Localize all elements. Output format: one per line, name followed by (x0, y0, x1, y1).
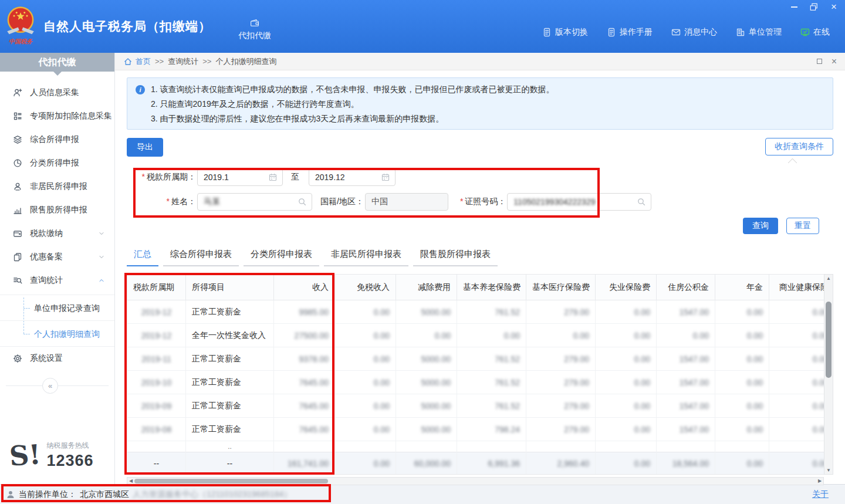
tab-4[interactable]: 限售股所得申报表 (413, 246, 498, 266)
column-header-10: 商业健康保险 (769, 275, 824, 300)
app-header: × 中国税务 自然人电子税务局（扣缴端） (0, 0, 845, 53)
sidebar-collapse-button[interactable]: « (42, 378, 58, 394)
header-menu-item-3[interactable]: 单位管理 (736, 27, 782, 38)
cell-value: 9378.00 (274, 347, 335, 371)
sidebar-subitem-active[interactable]: 个人扣缴明细查询 (0, 321, 114, 347)
cell-value: 1547.00 (657, 371, 715, 394)
tab-3[interactable]: 非居民所得申报表 (324, 246, 408, 266)
query-button[interactable]: 查询 (743, 218, 778, 234)
sidebar-item-6[interactable]: 税款缴纳 (0, 222, 114, 245)
tab-0[interactable]: 汇总 (127, 246, 158, 266)
sidebar-item-4[interactable]: 非居民所得申报 (0, 175, 114, 198)
notice-line: 2. 只能查询2019年及之后的数据，不能进行跨年度查询。 (151, 97, 555, 111)
cell-period: 2019-12 (127, 324, 186, 347)
cell-income-item: 正常工资薪金 (186, 300, 274, 324)
wallet-icon (250, 18, 259, 28)
column-header-4: 减除费用 (396, 275, 457, 300)
tab-1[interactable]: 综合所得申报表 (163, 246, 239, 266)
header-menu-item-2[interactable]: 消息中心 (671, 27, 717, 38)
sidebar-item-0[interactable]: 人员信息采集 (0, 81, 114, 104)
table-wrap: 税款所属期所得项目收入免税收入减除费用基本养老保险费基本医疗保险费失业保险费住房… (127, 274, 824, 475)
calendar-icon[interactable] (381, 172, 390, 182)
header-menu-item-4[interactable]: 在线 (800, 27, 830, 38)
cell-value: 0.00 (596, 418, 657, 441)
panel-close-icon[interactable]: × (832, 56, 837, 67)
sidebar-item-label: 非居民所得申报 (30, 181, 105, 192)
sidebar-subitem-link[interactable]: 单位申报记录查询 (0, 295, 114, 321)
cell-value: 0.00 (335, 300, 396, 324)
monitor-check-icon (800, 28, 810, 37)
period-from-input[interactable]: 2019.1 (197, 168, 283, 186)
cell-value: 0.00 (657, 324, 715, 347)
sidebar-item-3[interactable]: 分类所得申报 (0, 151, 114, 175)
nationality-input: 中国 (365, 193, 448, 211)
chevron-down-icon (98, 253, 105, 261)
sidebar-item-1[interactable]: 专项附加扣除信息采集 (0, 104, 114, 128)
sidebar-submenu: 单位申报记录查询个人扣缴明细查询 (0, 295, 114, 347)
scroll-right-icon[interactable]: ▶ (816, 478, 823, 485)
sidebar-item-8[interactable]: 查询统计 (0, 269, 114, 292)
sidebar-item-label: 分类所得申报 (30, 158, 105, 168)
sidebar-item-5[interactable]: 限售股所得申报 (0, 198, 114, 222)
vertical-scroll-thumb[interactable] (826, 302, 832, 378)
table-row[interactable]: 2019-11正常工资薪金9378.000.005000.00761.52279… (127, 347, 824, 371)
breadcrumb-home[interactable]: 首页 (123, 56, 151, 67)
sidebar-item-2[interactable]: 综合所得申报 (0, 128, 114, 151)
header-menu-item-label: 单位管理 (749, 27, 782, 38)
minimize-icon[interactable] (789, 2, 799, 12)
table-row[interactable]: 2019-10正常工资薪金7645.000.005000.00761.52279… (127, 371, 824, 394)
table-row[interactable]: 2019-12正常工资薪金9985.000.005000.00761.52279… (127, 300, 824, 324)
total-value: 2,960.40 (526, 452, 596, 475)
table-zone: 税款所属期所得项目收入免税收入减除费用基本养老保险费基本医疗保险费失业保险费住房… (127, 274, 836, 486)
scroll-up-icon[interactable]: ▲ (824, 275, 833, 282)
scroll-left-icon[interactable]: ◀ (127, 478, 134, 485)
tab-2[interactable]: 分类所得申报表 (244, 246, 319, 266)
cell-value: 761.52 (457, 300, 526, 324)
sidebar-item-9[interactable]: 系统设置 (0, 347, 114, 370)
total-value: 0.00 (715, 452, 769, 475)
vertical-scrollbar[interactable]: ▲ ▼ (824, 274, 833, 475)
reset-button[interactable]: 重置 (786, 218, 819, 234)
collapse-query-button[interactable]: 收折查询条件 (765, 138, 833, 155)
header-menu-item-0[interactable]: 版本切换 (542, 27, 588, 38)
sidebar-item-label: 综合所得申报 (30, 134, 105, 145)
calendar-icon[interactable] (268, 172, 278, 182)
person-add-icon (13, 88, 22, 97)
tab-withholding-module[interactable]: 代扣代缴 (238, 18, 271, 41)
table-row[interactable]: 2019-09正常工资薪金7645.000.005000.00761.52279… (127, 394, 824, 418)
column-header-9: 年金 (715, 275, 769, 300)
id-number-value-masked: 110502199304222329 (513, 197, 637, 207)
search-icon[interactable] (298, 197, 307, 207)
doc-icon (607, 28, 616, 37)
app-window: × 中国税务 自然人电子税务局（扣缴端） (0, 0, 845, 504)
sidebar-item-label: 系统设置 (30, 353, 105, 364)
table-row[interactable]: 2019-08正常工资薪金7645.000.005000.00798.24279… (127, 418, 824, 441)
about-link[interactable]: 关于 (812, 489, 829, 500)
sidebar-item-7[interactable]: 优惠备案 (0, 245, 114, 269)
hotline-number: 12366 (46, 452, 93, 470)
table-row[interactable]: 2019-12全年一次性奖金收入27500.000.000.000.000.00… (127, 324, 824, 347)
header-menu-item-1[interactable]: 操作手册 (607, 27, 653, 38)
person-icon (13, 182, 22, 191)
horizontal-scrollbar[interactable]: ◀ ▶ (127, 477, 824, 485)
cell-value: 7645.00 (274, 371, 335, 394)
name-input[interactable]: 马某 (197, 193, 312, 211)
nationality-value: 中国 (371, 197, 443, 207)
period-to-input[interactable]: 2019.12 (309, 168, 396, 186)
id-number-input[interactable]: 110502199304222329 (507, 193, 651, 211)
name-label: *姓名： (135, 197, 196, 207)
cell-value: 0.00 (596, 347, 657, 371)
cell-value: 0.00 (769, 371, 824, 394)
scroll-down-icon[interactable]: ▼ (824, 466, 833, 474)
horizontal-scroll-thumb[interactable] (134, 479, 328, 483)
export-button[interactable]: 导出 (127, 138, 163, 157)
close-icon[interactable]: × (829, 2, 839, 12)
sidebar-item-label: 限售股所得申报 (30, 205, 105, 215)
cell-period: 2019-11 (127, 347, 186, 371)
search-icon[interactable] (637, 197, 646, 207)
sidebar-item-label: 查询统计 (30, 275, 90, 286)
wallet2-icon (13, 229, 22, 238)
sidebar-item-label: 税款缴纳 (30, 228, 90, 239)
panel-maximize-icon[interactable] (817, 59, 822, 64)
restore-icon[interactable] (809, 2, 819, 12)
